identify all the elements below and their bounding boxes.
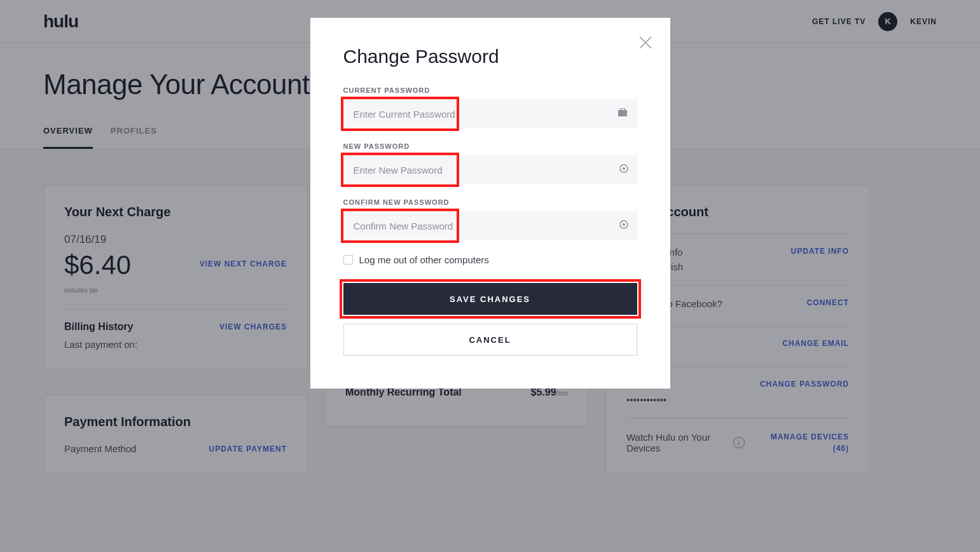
cancel-button[interactable]: CANCEL bbox=[343, 324, 637, 355]
confirm-password-field: CONFIRM NEW PASSWORD bbox=[343, 198, 637, 240]
new-password-label: NEW PASSWORD bbox=[343, 142, 637, 150]
change-password-modal: Change Password CURRENT PASSWORD NEW PAS… bbox=[310, 18, 670, 389]
svg-point-5 bbox=[623, 167, 625, 170]
password-manager-icon[interactable] bbox=[618, 108, 628, 120]
confirm-password-input[interactable] bbox=[343, 211, 637, 240]
current-password-input[interactable] bbox=[343, 99, 637, 128]
current-password-field: CURRENT PASSWORD bbox=[343, 86, 637, 128]
show-password-icon[interactable] bbox=[619, 164, 628, 176]
new-password-field: NEW PASSWORD bbox=[343, 142, 637, 184]
show-password-icon[interactable] bbox=[619, 220, 628, 231]
logout-other-row: Log me out of other computers bbox=[343, 254, 637, 265]
logout-other-checkbox[interactable] bbox=[343, 255, 353, 265]
confirm-password-label: CONFIRM NEW PASSWORD bbox=[343, 198, 637, 206]
modal-overlay[interactable]: Change Password CURRENT PASSWORD NEW PAS… bbox=[0, 0, 980, 552]
logout-other-label: Log me out of other computers bbox=[359, 254, 489, 265]
new-password-input[interactable] bbox=[343, 155, 637, 184]
svg-point-7 bbox=[623, 223, 625, 226]
modal-title: Change Password bbox=[343, 46, 637, 67]
save-changes-button[interactable]: SAVE CHANGES bbox=[343, 283, 637, 315]
svg-rect-3 bbox=[621, 108, 625, 111]
close-icon[interactable] bbox=[638, 36, 652, 52]
current-password-label: CURRENT PASSWORD bbox=[343, 86, 637, 94]
